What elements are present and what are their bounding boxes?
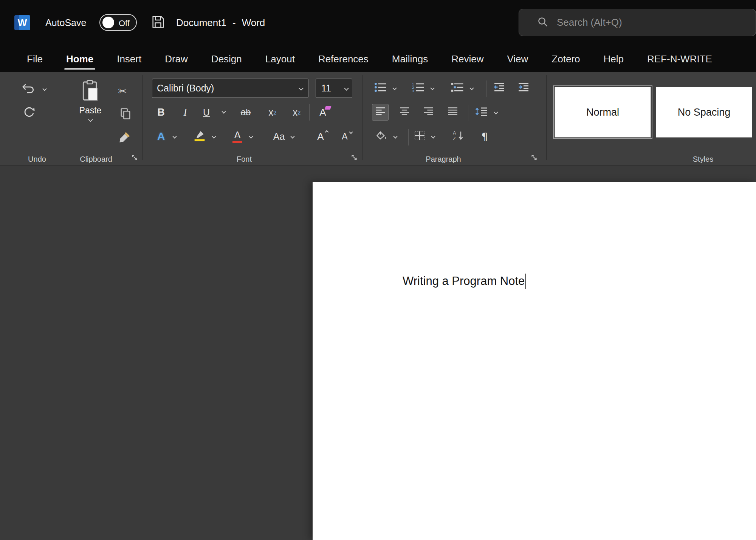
text-effects-button[interactable]: A <box>153 128 169 145</box>
change-case-button[interactable]: Aa <box>269 128 289 145</box>
strikethrough-button[interactable]: ab <box>235 104 256 121</box>
highlight-dropdown[interactable] <box>212 134 216 138</box>
grow-font-caret-icon <box>325 130 329 134</box>
svg-text:A: A <box>453 130 456 136</box>
paste-button[interactable]: Paste <box>76 77 104 142</box>
tab-references[interactable]: References <box>307 46 380 72</box>
format-painter-icon <box>119 132 130 144</box>
format-painter-button[interactable] <box>116 130 133 146</box>
tab-review[interactable]: Review <box>440 46 495 72</box>
underline-dropdown[interactable] <box>222 109 226 113</box>
font-size-combobox[interactable]: 11 <box>316 79 352 98</box>
align-left-icon <box>375 107 386 118</box>
multilevel-list-button[interactable] <box>450 80 466 96</box>
divider <box>408 129 409 145</box>
tab-insert[interactable]: Insert <box>105 46 153 72</box>
window-title: Document1 - Word <box>176 17 265 29</box>
superscript-base: x <box>293 107 298 118</box>
justify-button[interactable] <box>445 104 461 121</box>
tab-help[interactable]: Help <box>592 46 635 72</box>
bold-button[interactable]: B <box>153 104 169 121</box>
copy-button[interactable] <box>117 106 134 123</box>
style-no-spacing[interactable]: No Spacing <box>656 87 752 138</box>
shading-dropdown[interactable] <box>393 134 397 138</box>
align-left-button[interactable] <box>372 104 389 121</box>
paste-dropdown[interactable] <box>88 117 93 122</box>
search-input[interactable] <box>557 17 756 28</box>
text-effects-letter: A <box>157 130 165 142</box>
font-color-button[interactable]: A <box>229 128 246 145</box>
paragraph-dialog-launcher[interactable] <box>530 153 538 162</box>
undo-group-label: Undo <box>14 155 60 164</box>
numbering-dropdown[interactable] <box>430 86 434 90</box>
tab-mailings[interactable]: Mailings <box>380 46 440 72</box>
save-button[interactable] <box>150 14 166 31</box>
sort-icon: A Z <box>452 130 465 143</box>
tab-zotero[interactable]: Zotero <box>540 46 592 72</box>
highlighter-icon <box>194 130 206 143</box>
borders-button[interactable] <box>411 128 428 145</box>
repeat-button[interactable] <box>21 105 37 121</box>
subscript-mark: 2 <box>273 109 276 116</box>
change-case-dropdown[interactable] <box>290 134 294 138</box>
group-divider <box>546 75 547 160</box>
tab-design[interactable]: Design <box>200 46 254 72</box>
line-spacing-dropdown[interactable] <box>494 110 498 114</box>
shading-button[interactable] <box>373 128 390 145</box>
increase-indent-button[interactable] <box>516 80 531 96</box>
font-dialog-launcher[interactable] <box>350 153 358 162</box>
tab-ref-n-write[interactable]: REF-N-WRITE <box>635 46 724 72</box>
autosave-toggle[interactable]: Off <box>99 14 137 31</box>
borders-icon <box>414 131 425 142</box>
word-app-icon[interactable]: W <box>14 15 30 30</box>
bullets-dropdown[interactable] <box>392 86 397 90</box>
title-bar: W AutoSave Off Document1 - Word <box>0 0 756 46</box>
numbering-button[interactable]: 1 2 3 <box>411 80 426 96</box>
font-size-value: 11 <box>316 83 331 94</box>
multilevel-list-dropdown[interactable] <box>469 86 474 90</box>
search-box[interactable] <box>519 9 756 36</box>
sort-button[interactable]: A Z <box>450 128 467 145</box>
decrease-indent-button[interactable] <box>491 80 507 96</box>
grow-font-button[interactable]: A <box>311 128 330 145</box>
font-name-combobox[interactable]: Calibri (Body) <box>152 79 308 98</box>
document-page[interactable]: Writing a Program Note <box>313 182 756 540</box>
multilevel-list-icon <box>451 82 464 94</box>
line-spacing-button[interactable] <box>473 104 490 121</box>
undo-dropdown[interactable] <box>42 87 46 91</box>
clear-formatting-button[interactable]: A <box>314 104 332 121</box>
tab-file[interactable]: File <box>15 46 54 72</box>
italic-button[interactable]: I <box>177 104 194 121</box>
underline-button[interactable]: U <box>198 104 215 121</box>
highlight-button[interactable] <box>191 128 208 145</box>
underline-label: U <box>203 107 210 118</box>
autosave-label: AutoSave <box>45 17 86 28</box>
tab-view[interactable]: View <box>495 46 540 72</box>
autosave-state-label: Off <box>119 19 130 28</box>
cut-button[interactable]: ✂ <box>114 83 131 99</box>
tab-draw[interactable]: Draw <box>153 46 200 72</box>
text-effects-dropdown[interactable] <box>172 134 177 138</box>
font-color-dropdown[interactable] <box>249 134 253 138</box>
subscript-button[interactable]: x 2 <box>263 104 282 121</box>
align-center-button[interactable] <box>396 104 413 121</box>
document-title: Document1 <box>176 17 226 29</box>
align-right-button[interactable] <box>420 104 437 121</box>
subscript-base: x <box>269 107 274 118</box>
style-normal[interactable]: Normal <box>555 87 651 138</box>
tab-home[interactable]: Home <box>54 46 105 72</box>
bullets-button[interactable] <box>373 80 389 96</box>
justify-icon <box>447 107 459 118</box>
tab-layout[interactable]: Layout <box>254 46 307 72</box>
search-icon <box>519 16 548 29</box>
superscript-button[interactable]: x 2 <box>287 104 306 121</box>
shrink-font-button[interactable]: A <box>336 128 354 145</box>
document-workspace: Writing a Program Note <box>0 166 756 540</box>
scissors-icon: ✂ <box>118 85 127 97</box>
clipboard-dialog-launcher[interactable] <box>130 153 139 162</box>
group-divider <box>363 75 363 160</box>
repeat-icon <box>23 106 35 120</box>
undo-button[interactable] <box>20 80 38 97</box>
borders-dropdown[interactable] <box>431 134 435 138</box>
show-hide-formatting-button[interactable]: ¶ <box>477 128 492 145</box>
